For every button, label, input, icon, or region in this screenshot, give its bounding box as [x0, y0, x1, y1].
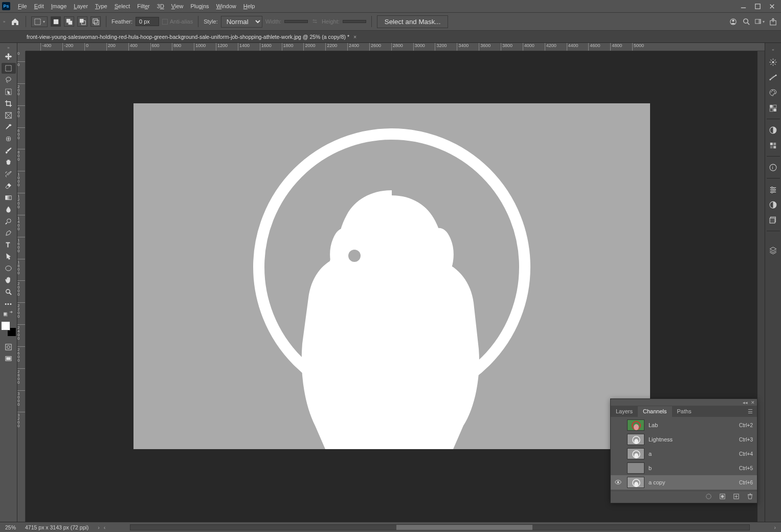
- document-info[interactable]: 4715 px x 3143 px (72 ppi): [25, 524, 88, 530]
- frame-tool[interactable]: [2, 110, 16, 121]
- visibility-toggle-icon[interactable]: [613, 478, 623, 487]
- color-panel-icon[interactable]: [768, 56, 779, 68]
- panel-tab-layers[interactable]: Layers: [611, 406, 638, 417]
- ellipse-shape-tool[interactable]: [2, 263, 16, 274]
- eyedropper-tool[interactable]: [2, 122, 16, 132]
- scroll-left-icon[interactable]: ‹: [104, 524, 106, 530]
- vertical-ruler[interactable]: - 2 0 002 0 04 0 06 0 08 0 01 0 0 01 2 0…: [17, 51, 26, 522]
- gradient-tool[interactable]: [2, 192, 16, 203]
- menu-image[interactable]: Image: [48, 1, 71, 11]
- panel-menu-icon[interactable]: ☰: [744, 406, 757, 417]
- menu-file[interactable]: File: [14, 1, 31, 11]
- brush-tool[interactable]: [2, 145, 16, 156]
- channel-row[interactable]: LabCtrl+2: [611, 418, 757, 432]
- zoom-tool[interactable]: [2, 286, 16, 297]
- lasso-tool[interactable]: [2, 75, 16, 85]
- ruler-origin[interactable]: [17, 43, 26, 51]
- menu-view[interactable]: View: [168, 1, 187, 11]
- foreground-color-swatch[interactable]: [1, 321, 10, 330]
- selection-new-icon[interactable]: [51, 16, 61, 27]
- comments-panel-icon[interactable]: [768, 214, 779, 226]
- panel-collapse-icon[interactable]: ◂◂: [743, 400, 748, 405]
- channel-row[interactable]: LightnessCtrl+3: [611, 432, 757, 447]
- hand-tool[interactable]: [2, 275, 16, 285]
- gradients-panel-icon[interactable]: [768, 72, 779, 83]
- selection-intersect-icon[interactable]: [91, 16, 101, 27]
- menu-3d[interactable]: 3D: [153, 1, 168, 11]
- color-swatches[interactable]: [1, 321, 16, 337]
- selection-subtract-icon[interactable]: [77, 16, 87, 27]
- scroll-right-icon[interactable]: ›: [774, 524, 776, 530]
- swatches-panel-icon[interactable]: [768, 87, 779, 98]
- horizontal-ruler[interactable]: -400-20002004006008001000120014001600180…: [26, 43, 765, 51]
- patterns-panel-icon[interactable]: [768, 102, 779, 114]
- channel-row[interactable]: a copyCtrl+6: [611, 475, 757, 490]
- rectangular-marquee-tool[interactable]: [2, 63, 16, 74]
- toolbox-collapse-handle[interactable]: »: [0, 45, 17, 50]
- load-selection-icon[interactable]: [705, 493, 712, 501]
- menu-edit[interactable]: Edit: [31, 1, 48, 11]
- new-channel-icon[interactable]: [732, 493, 740, 501]
- panel-tab-paths[interactable]: Paths: [672, 406, 697, 417]
- clone-stamp-tool[interactable]: [2, 157, 16, 168]
- menu-type[interactable]: Type: [92, 1, 111, 11]
- dodge-tool[interactable]: [2, 216, 16, 227]
- history-panel-icon[interactable]: [768, 199, 779, 210]
- path-selection-tool[interactable]: [2, 251, 16, 262]
- search-icon[interactable]: [741, 16, 751, 27]
- menu-help[interactable]: Help: [240, 1, 259, 11]
- scrollbar-thumb[interactable]: [396, 525, 532, 530]
- screen-mode-button[interactable]: [2, 353, 16, 364]
- horizontal-scrollbar[interactable]: [130, 524, 749, 530]
- history-brush-tool[interactable]: [2, 169, 16, 180]
- tool-preset-dropdown[interactable]: ▾: [31, 16, 48, 27]
- menu-filter[interactable]: Filter: [133, 1, 153, 11]
- blur-tool[interactable]: [2, 204, 16, 215]
- feather-input[interactable]: 0 px: [136, 17, 159, 26]
- edit-toolbar-button[interactable]: •••: [2, 298, 16, 309]
- panel-tab-channels[interactable]: Channels: [638, 406, 672, 417]
- window-maximize-button[interactable]: [750, 1, 765, 11]
- swap-colors-icon[interactable]: [2, 310, 16, 317]
- channel-row[interactable]: aCtrl+4: [611, 447, 757, 461]
- home-button[interactable]: [9, 16, 20, 27]
- menu-window[interactable]: Window: [213, 1, 240, 11]
- properties-panel-icon[interactable]: i: [768, 162, 779, 173]
- libraries-panel-icon[interactable]: [768, 184, 779, 195]
- style-select[interactable]: Normal: [221, 16, 262, 28]
- adjustments-panel-icon[interactable]: [768, 124, 779, 136]
- panel-close-icon[interactable]: ✕: [751, 400, 755, 405]
- menu-plugins[interactable]: Plugins: [187, 1, 213, 11]
- share-icon[interactable]: [768, 16, 778, 27]
- menu-layer[interactable]: Layer: [70, 1, 92, 11]
- doc-info-chevron-icon[interactable]: ›: [98, 524, 100, 530]
- close-tab-icon[interactable]: ×: [353, 34, 356, 40]
- channel-row[interactable]: bCtrl+5: [611, 461, 757, 475]
- workspace-switcher-icon[interactable]: ▾: [754, 16, 765, 27]
- save-selection-icon[interactable]: [719, 493, 726, 501]
- svg-rect-4: [35, 18, 40, 24]
- healing-brush-tool[interactable]: [2, 134, 16, 144]
- crop-tool[interactable]: [2, 98, 16, 109]
- selection-add-icon[interactable]: [64, 16, 74, 27]
- object-selection-tool[interactable]: [2, 86, 16, 97]
- cloud-docs-icon[interactable]: [728, 16, 738, 27]
- zoom-level[interactable]: 25%: [5, 524, 16, 530]
- select-and-mask-button[interactable]: Select and Mask...: [377, 15, 449, 28]
- layers-panel-icon[interactable]: [768, 245, 779, 256]
- options-collapse-handle[interactable]: »: [3, 19, 6, 24]
- quick-mask-mode-button[interactable]: [2, 342, 16, 352]
- eraser-tool[interactable]: [2, 181, 16, 191]
- type-tool[interactable]: T: [2, 239, 16, 250]
- window-close-button[interactable]: [765, 1, 779, 11]
- document-tab[interactable]: front-view-young-saleswoman-holding-red-…: [23, 32, 361, 42]
- menu-select[interactable]: Select: [111, 1, 134, 11]
- panel-titlebar[interactable]: ◂◂ ✕: [611, 399, 757, 406]
- delete-channel-icon[interactable]: [746, 493, 754, 501]
- styles-panel-icon[interactable]: [768, 140, 779, 151]
- dock-collapse-handle[interactable]: «: [765, 47, 781, 52]
- vertical-scrollbar[interactable]: [757, 51, 765, 522]
- pen-tool[interactable]: [2, 228, 16, 238]
- move-tool[interactable]: [2, 51, 16, 62]
- window-minimize-button[interactable]: [736, 1, 750, 11]
